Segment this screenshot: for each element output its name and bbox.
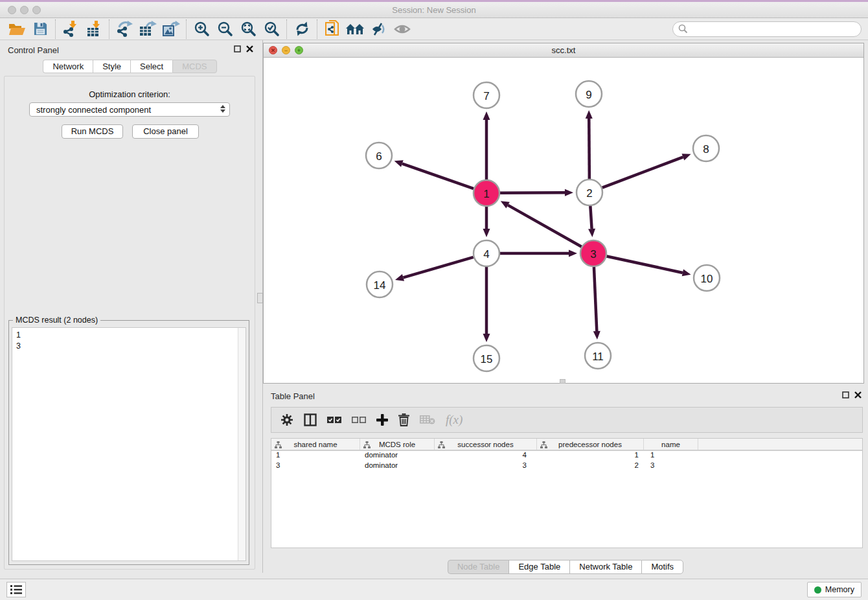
cell-mcds-role[interactable]: dominator (360, 461, 435, 472)
search-icon (678, 24, 688, 34)
cell-predecessor-nodes[interactable]: 2 (537, 461, 644, 472)
export-image-icon[interactable] (159, 19, 183, 40)
tab-style[interactable]: Style (93, 60, 130, 73)
optimization-criterion-select[interactable]: strongly connected component (29, 102, 230, 117)
result-scrollbar[interactable] (238, 328, 246, 560)
import-network-icon[interactable] (59, 19, 82, 40)
hierarchy-icon (363, 441, 371, 448)
search-input[interactable] (688, 23, 861, 36)
tab-edge-table[interactable]: Edge Table (508, 560, 569, 574)
export-network-icon[interactable] (113, 19, 136, 40)
minimize-window-button[interactable] (20, 6, 29, 14)
canvas-scroll-handle[interactable] (560, 379, 565, 384)
graph-edge-arrow (483, 334, 490, 342)
control-panel-tabs: Network Style Select MCDS (0, 60, 260, 73)
task-history-button[interactable] (6, 582, 26, 597)
close-panel-button[interactable]: Close panel (132, 124, 199, 139)
zoom-window-button[interactable] (32, 6, 41, 14)
table-row[interactable]: 1 dominator 4 1 1 (271, 451, 862, 461)
network-window-titlebar: ✕ − + scc.txt (264, 43, 863, 58)
minimize-network-button[interactable]: − (282, 46, 290, 54)
graph-edge-arrow (483, 111, 490, 120)
zoom-out-icon[interactable] (213, 19, 236, 40)
close-table-panel-icon[interactable] (854, 391, 862, 398)
splitter-handle[interactable] (257, 293, 263, 303)
close-window-button[interactable] (8, 6, 16, 14)
cell-predecessor-nodes[interactable]: 1 (537, 451, 644, 461)
show-columns-icon[interactable] (304, 413, 317, 426)
open-file-icon[interactable] (5, 19, 29, 40)
network-canvas[interactable]: 7968124314101511 (264, 58, 863, 383)
zoom-fit-icon[interactable] (236, 19, 260, 40)
close-panel-icon[interactable] (246, 45, 253, 52)
tab-node-table[interactable]: Node Table (448, 560, 509, 574)
search-box[interactable] (672, 21, 862, 37)
select-all-columns-icon[interactable] (327, 416, 341, 424)
cell-successor-nodes[interactable]: 3 (435, 461, 537, 472)
graph-node-label: 2 (586, 187, 592, 200)
tab-network[interactable]: Network (43, 60, 93, 73)
column-label: MCDS role (379, 441, 415, 448)
memory-button[interactable]: Memory (807, 582, 862, 597)
graph-edge[interactable] (589, 119, 589, 179)
tab-network-table[interactable]: Network Table (569, 560, 641, 574)
delete-table-icon (420, 415, 435, 425)
column-header[interactable]: MCDS role (360, 439, 435, 450)
cell-mcds-role[interactable]: dominator (360, 451, 435, 461)
tab-motifs[interactable]: Motifs (641, 560, 683, 574)
float-panel-icon[interactable] (234, 45, 241, 52)
node-table[interactable]: shared name MCDS role successor nodes pr… (271, 438, 863, 548)
graph-node-label: 7 (483, 90, 489, 102)
unselect-all-columns-icon[interactable] (352, 416, 366, 424)
column-header[interactable]: shared name (271, 439, 360, 450)
zoom-selected-icon[interactable] (260, 19, 283, 40)
graph-edge[interactable] (602, 157, 683, 187)
network-graph: 7968124314101511 (264, 58, 863, 383)
save-session-icon[interactable] (29, 19, 52, 40)
table-settings-icon[interactable] (280, 413, 293, 426)
graph-edge-arrow (569, 250, 577, 257)
graph-edge[interactable] (607, 256, 683, 272)
mcds-result-title: MCDS result (2 nodes) (13, 316, 100, 325)
graph-edge-arrow (483, 229, 490, 237)
network-window: ✕ − + scc.txt 7968124314101511 (263, 43, 864, 384)
graph-edge[interactable] (402, 164, 474, 189)
column-header[interactable]: predecessor nodes (537, 439, 644, 450)
hide-selected-icon[interactable] (367, 19, 391, 40)
column-header[interactable]: name (644, 439, 698, 450)
graph-node-label: 6 (376, 150, 382, 163)
memory-label: Memory (825, 585, 854, 594)
column-header[interactable]: successor nodes (435, 439, 537, 450)
graph-edge[interactable] (508, 205, 582, 247)
add-column-icon[interactable] (376, 414, 388, 426)
cell-name[interactable]: 3 (644, 461, 698, 472)
graph-edge[interactable] (594, 267, 597, 331)
cell-shared-name[interactable]: 3 (271, 461, 360, 472)
table-row[interactable]: 3 dominator 3 2 3 (271, 461, 862, 472)
hierarchy-icon (438, 441, 445, 448)
graph-edge[interactable] (590, 206, 591, 229)
maximize-network-button[interactable]: + (295, 46, 303, 54)
apply-layout-icon[interactable] (290, 19, 314, 40)
show-all-icon[interactable] (391, 19, 414, 40)
tab-mcds[interactable]: MCDS (172, 60, 216, 73)
zoom-in-icon[interactable] (190, 19, 213, 40)
graph-edge[interactable] (403, 257, 473, 278)
cell-successor-nodes[interactable]: 4 (435, 451, 537, 461)
first-neighbors-icon[interactable] (344, 19, 367, 40)
float-table-panel-icon[interactable] (842, 391, 849, 398)
delete-column-icon[interactable] (398, 413, 409, 426)
graph-node-label: 14 (374, 279, 386, 292)
tab-select[interactable]: Select (130, 60, 172, 73)
close-network-button[interactable]: ✕ (269, 46, 277, 54)
hierarchy-icon (540, 441, 547, 448)
mcds-result-area[interactable]: 1 3 (12, 327, 246, 561)
clone-network-icon[interactable] (321, 19, 344, 40)
cell-shared-name[interactable]: 1 (271, 451, 360, 461)
export-table-icon[interactable] (136, 19, 159, 40)
import-table-icon[interactable] (82, 19, 106, 40)
run-mcds-button[interactable]: Run MCDS (62, 124, 123, 139)
graph-node-label: 11 (592, 351, 604, 363)
graph-edge[interactable] (500, 192, 565, 193)
cell-name[interactable]: 1 (644, 451, 698, 461)
